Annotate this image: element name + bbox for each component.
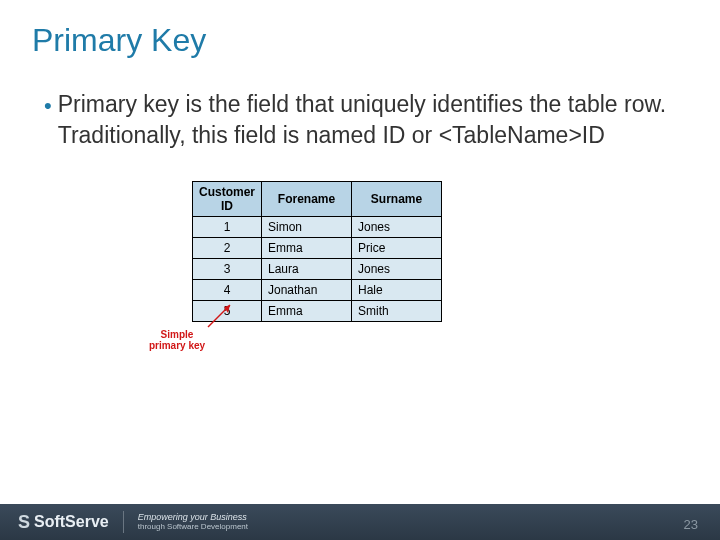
bullet-item: • Primary key is the field that uniquely… <box>44 89 680 151</box>
table-row: 1 Simon Jones <box>193 217 442 238</box>
cell: Simon <box>262 217 352 238</box>
col-header-surname: Surname <box>352 182 442 217</box>
cell: 3 <box>193 259 262 280</box>
table-row: 2 Emma Price <box>193 238 442 259</box>
bullet-text: Primary key is the field that uniquely i… <box>58 89 680 151</box>
footer-bar: S SoftServe Empowering your Business thr… <box>0 504 720 540</box>
col-header-id: Customer ID <box>193 182 262 217</box>
footer-tagline: Empowering your Business through Softwar… <box>138 513 248 532</box>
table-figure: Customer ID Forename Surname 1 Simon Jon… <box>192 181 532 322</box>
content-area: • Primary key is the field that uniquely… <box>0 59 720 322</box>
cell: Emma <box>262 238 352 259</box>
col-header-forename: Forename <box>262 182 352 217</box>
brand-name: SoftServe <box>34 513 109 531</box>
logo-icon: S <box>18 512 30 533</box>
cell: 2 <box>193 238 262 259</box>
cell: 4 <box>193 280 262 301</box>
cell: Hale <box>352 280 442 301</box>
cell: Emma <box>262 301 352 322</box>
slide-title: Primary Key <box>0 0 720 59</box>
bullet-marker: • <box>44 91 52 121</box>
cell: Smith <box>352 301 442 322</box>
arrow-icon <box>204 301 236 329</box>
cell: Laura <box>262 259 352 280</box>
svg-marker-1 <box>224 305 230 313</box>
annotation-label: Simple primary key <box>142 329 212 351</box>
cell: Jonathan <box>262 280 352 301</box>
brand-logo: S SoftServe <box>18 512 109 533</box>
table-row: 4 Jonathan Hale <box>193 280 442 301</box>
cell: 1 <box>193 217 262 238</box>
tagline-line2: through Software Development <box>138 523 248 532</box>
page-number: 23 <box>684 517 698 532</box>
table-row: 3 Laura Jones <box>193 259 442 280</box>
cell: Price <box>352 238 442 259</box>
cell: Jones <box>352 217 442 238</box>
footer-divider <box>123 511 124 533</box>
cell: Jones <box>352 259 442 280</box>
